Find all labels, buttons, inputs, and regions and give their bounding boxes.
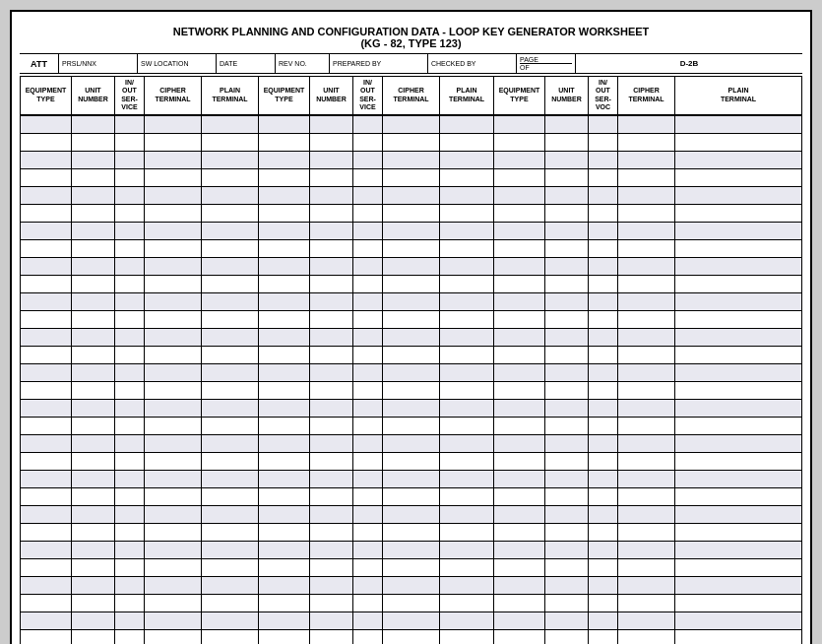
- data-cell[interactable]: [675, 311, 801, 328]
- data-cell[interactable]: [145, 258, 202, 275]
- data-cell[interactable]: [440, 293, 494, 310]
- data-cell[interactable]: [202, 524, 259, 541]
- data-cell[interactable]: [383, 435, 440, 452]
- data-cell[interactable]: [618, 223, 675, 239]
- data-cell[interactable]: [675, 116, 801, 133]
- data-cell[interactable]: [145, 382, 202, 399]
- data-cell[interactable]: [115, 364, 145, 381]
- data-cell[interactable]: [494, 223, 545, 239]
- data-cell[interactable]: [353, 418, 383, 434]
- data-cell[interactable]: [618, 382, 675, 399]
- data-cell[interactable]: [353, 223, 383, 239]
- data-cell[interactable]: [618, 595, 675, 612]
- data-cell[interactable]: [440, 134, 494, 151]
- data-cell[interactable]: [589, 169, 618, 186]
- data-cell[interactable]: [383, 630, 440, 644]
- data-cell[interactable]: [115, 205, 145, 222]
- data-cell[interactable]: [21, 542, 72, 558]
- data-cell[interactable]: [494, 506, 545, 523]
- data-cell[interactable]: [21, 347, 72, 363]
- data-cell[interactable]: [589, 577, 618, 594]
- data-cell[interactable]: [21, 134, 72, 151]
- data-cell[interactable]: [145, 630, 202, 644]
- data-cell[interactable]: [383, 488, 440, 505]
- data-cell[interactable]: [675, 488, 801, 505]
- data-cell[interactable]: [353, 435, 383, 452]
- data-cell[interactable]: [21, 418, 72, 434]
- data-cell[interactable]: [21, 116, 72, 133]
- data-cell[interactable]: [618, 488, 675, 505]
- data-cell[interactable]: [675, 630, 801, 644]
- data-cell[interactable]: [72, 542, 115, 558]
- data-cell[interactable]: [675, 524, 801, 541]
- data-cell[interactable]: [259, 187, 310, 204]
- data-cell[interactable]: [72, 187, 115, 204]
- data-cell[interactable]: [353, 276, 383, 292]
- data-cell[interactable]: [259, 542, 310, 558]
- data-cell[interactable]: [202, 577, 259, 594]
- data-cell[interactable]: [115, 347, 145, 363]
- data-cell[interactable]: [589, 595, 618, 612]
- data-cell[interactable]: [494, 276, 545, 292]
- data-cell[interactable]: [440, 223, 494, 239]
- data-cell[interactable]: [259, 152, 310, 168]
- data-cell[interactable]: [440, 612, 494, 629]
- data-cell[interactable]: [589, 364, 618, 381]
- data-cell[interactable]: [545, 577, 589, 594]
- data-cell[interactable]: [310, 311, 353, 328]
- data-cell[interactable]: [310, 382, 353, 399]
- data-cell[interactable]: [618, 205, 675, 222]
- data-cell[interactable]: [589, 506, 618, 523]
- data-cell[interactable]: [589, 205, 618, 222]
- data-cell[interactable]: [202, 364, 259, 381]
- data-cell[interactable]: [310, 329, 353, 346]
- data-cell[interactable]: [675, 240, 801, 257]
- data-cell[interactable]: [440, 471, 494, 487]
- data-cell[interactable]: [115, 329, 145, 346]
- data-cell[interactable]: [259, 116, 310, 133]
- data-cell[interactable]: [383, 524, 440, 541]
- data-cell[interactable]: [618, 311, 675, 328]
- data-cell[interactable]: [115, 506, 145, 523]
- data-cell[interactable]: [115, 612, 145, 629]
- data-cell[interactable]: [353, 542, 383, 558]
- data-cell[interactable]: [383, 240, 440, 257]
- data-cell[interactable]: [383, 116, 440, 133]
- data-cell[interactable]: [383, 187, 440, 204]
- data-cell[interactable]: [21, 595, 72, 612]
- data-cell[interactable]: [145, 577, 202, 594]
- data-cell[interactable]: [675, 542, 801, 558]
- data-cell[interactable]: [675, 347, 801, 363]
- data-cell[interactable]: [545, 595, 589, 612]
- data-cell[interactable]: [589, 293, 618, 310]
- data-cell[interactable]: [494, 152, 545, 168]
- data-cell[interactable]: [589, 612, 618, 629]
- data-cell[interactable]: [310, 276, 353, 292]
- data-cell[interactable]: [115, 258, 145, 275]
- data-cell[interactable]: [259, 577, 310, 594]
- data-cell[interactable]: [115, 524, 145, 541]
- data-cell[interactable]: [115, 453, 145, 470]
- data-cell[interactable]: [440, 435, 494, 452]
- data-cell[interactable]: [115, 152, 145, 168]
- data-cell[interactable]: [115, 488, 145, 505]
- data-cell[interactable]: [202, 258, 259, 275]
- data-cell[interactable]: [259, 169, 310, 186]
- data-cell[interactable]: [383, 276, 440, 292]
- data-cell[interactable]: [675, 169, 801, 186]
- data-cell[interactable]: [353, 506, 383, 523]
- data-cell[interactable]: [72, 382, 115, 399]
- data-cell[interactable]: [383, 418, 440, 434]
- data-cell[interactable]: [618, 524, 675, 541]
- data-cell[interactable]: [202, 152, 259, 168]
- data-cell[interactable]: [202, 595, 259, 612]
- data-cell[interactable]: [440, 453, 494, 470]
- data-cell[interactable]: [545, 612, 589, 629]
- data-cell[interactable]: [21, 258, 72, 275]
- data-cell[interactable]: [21, 223, 72, 239]
- data-cell[interactable]: [545, 347, 589, 363]
- data-cell[interactable]: [115, 116, 145, 133]
- data-cell[interactable]: [494, 116, 545, 133]
- data-cell[interactable]: [440, 506, 494, 523]
- data-cell[interactable]: [353, 240, 383, 257]
